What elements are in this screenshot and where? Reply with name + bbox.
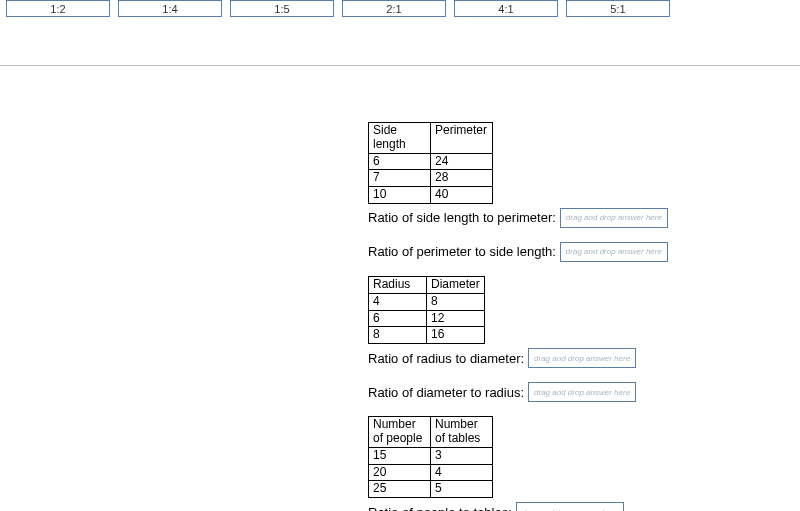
table-cell: 15 bbox=[369, 447, 431, 464]
prompt-people-to-tables: Ratio of people to tables: drag and drop… bbox=[368, 502, 800, 511]
drop-zone-diameter-to-radius[interactable]: drag and drop answer here bbox=[528, 382, 636, 402]
divider bbox=[0, 65, 800, 66]
table-side-perimeter: Side length Perimeter 6 24 7 28 10 40 bbox=[368, 122, 493, 204]
table-header: Number of people bbox=[369, 417, 431, 448]
prompt-label: Ratio of radius to diameter: bbox=[368, 351, 524, 366]
table-row: 6 24 bbox=[369, 153, 493, 170]
prompt-radius-to-diameter: Ratio of radius to diameter: drag and dr… bbox=[368, 348, 800, 368]
table-row: 7 28 bbox=[369, 170, 493, 187]
table-row: 20 4 bbox=[369, 464, 493, 481]
table-header: Radius bbox=[369, 276, 427, 293]
drop-zone-people-to-tables[interactable]: drag and drop answer here bbox=[516, 502, 624, 511]
content-area: Side length Perimeter 6 24 7 28 10 40 Ra… bbox=[368, 122, 800, 511]
table-cell: 7 bbox=[369, 170, 431, 187]
table-header: Number of tables bbox=[431, 417, 493, 448]
table-cell: 28 bbox=[431, 170, 493, 187]
table-row: 15 3 bbox=[369, 447, 493, 464]
answer-bank: 1:2 1:4 1:5 2:1 4:1 5:1 bbox=[0, 0, 800, 17]
prompt-diameter-to-radius: Ratio of diameter to radius: drag and dr… bbox=[368, 382, 800, 402]
table-cell: 6 bbox=[369, 153, 431, 170]
drop-zone-perimeter-to-side[interactable]: drag and drop answer here bbox=[560, 242, 668, 262]
answer-tile-1-5[interactable]: 1:5 bbox=[230, 0, 334, 17]
prompt-side-to-perimeter: Ratio of side length to perimeter: drag … bbox=[368, 208, 800, 228]
table-cell: 12 bbox=[427, 310, 485, 327]
table-header: Perimeter bbox=[431, 123, 493, 154]
answer-tile-4-1[interactable]: 4:1 bbox=[454, 0, 558, 17]
prompt-label: Ratio of side length to perimeter: bbox=[368, 210, 556, 225]
answer-tile-1-4[interactable]: 1:4 bbox=[118, 0, 222, 17]
answer-tile-5-1[interactable]: 5:1 bbox=[566, 0, 670, 17]
prompt-label: Ratio of perimeter to side length: bbox=[368, 244, 556, 259]
table-header: Side length bbox=[369, 123, 431, 154]
prompt-label: Ratio of people to tables: bbox=[368, 505, 512, 511]
table-cell: 20 bbox=[369, 464, 431, 481]
drop-zone-side-to-perimeter[interactable]: drag and drop answer here bbox=[560, 208, 668, 228]
table-cell: 40 bbox=[431, 187, 493, 204]
answer-tile-2-1[interactable]: 2:1 bbox=[342, 0, 446, 17]
table-people-tables: Number of people Number of tables 15 3 2… bbox=[368, 416, 493, 498]
table-header: Diameter bbox=[427, 276, 485, 293]
table-row: 25 5 bbox=[369, 481, 493, 498]
table-cell: 25 bbox=[369, 481, 431, 498]
table-cell: 5 bbox=[431, 481, 493, 498]
prompt-label: Ratio of diameter to radius: bbox=[368, 385, 524, 400]
table-cell: 24 bbox=[431, 153, 493, 170]
drop-zone-radius-to-diameter[interactable]: drag and drop answer here bbox=[528, 348, 636, 368]
table-cell: 16 bbox=[427, 327, 485, 344]
table-row: 8 16 bbox=[369, 327, 485, 344]
table-cell: 10 bbox=[369, 187, 431, 204]
table-cell: 8 bbox=[369, 327, 427, 344]
table-row: 10 40 bbox=[369, 187, 493, 204]
prompt-perimeter-to-side: Ratio of perimeter to side length: drag … bbox=[368, 242, 800, 262]
answer-tile-1-2[interactable]: 1:2 bbox=[6, 0, 110, 17]
table-cell: 8 bbox=[427, 293, 485, 310]
table-row: 6 12 bbox=[369, 310, 485, 327]
table-radius-diameter: Radius Diameter 4 8 6 12 8 16 bbox=[368, 276, 485, 344]
table-cell: 4 bbox=[431, 464, 493, 481]
table-cell: 3 bbox=[431, 447, 493, 464]
table-row: 4 8 bbox=[369, 293, 485, 310]
table-cell: 6 bbox=[369, 310, 427, 327]
table-cell: 4 bbox=[369, 293, 427, 310]
